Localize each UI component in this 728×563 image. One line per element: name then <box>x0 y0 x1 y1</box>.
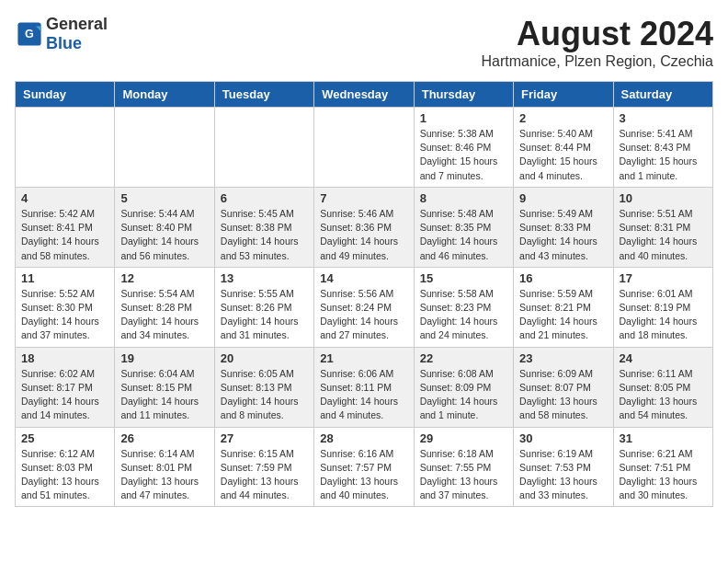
day-info: Sunrise: 6:15 AM Sunset: 7:59 PM Dayligh… <box>221 447 308 503</box>
calendar-day-27: 27Sunrise: 6:15 AM Sunset: 7:59 PM Dayli… <box>214 427 313 507</box>
svg-text:G: G <box>25 28 34 40</box>
day-info: Sunrise: 6:16 AM Sunset: 7:57 PM Dayligh… <box>320 447 407 503</box>
day-info: Sunrise: 6:02 AM Sunset: 8:17 PM Dayligh… <box>21 367 108 423</box>
calendar-day-1: 1Sunrise: 5:38 AM Sunset: 8:46 PM Daylig… <box>414 108 513 188</box>
calendar-day-11: 11Sunrise: 5:52 AM Sunset: 8:30 PM Dayli… <box>16 267 115 347</box>
calendar-week-1: 1Sunrise: 5:38 AM Sunset: 8:46 PM Daylig… <box>16 108 713 188</box>
day-number: 25 <box>21 431 108 445</box>
day-info: Sunrise: 6:06 AM Sunset: 8:11 PM Dayligh… <box>320 367 407 423</box>
weekday-header-sunday: Sunday <box>16 82 115 108</box>
weekday-header-tuesday: Tuesday <box>214 82 313 108</box>
calendar-day-6: 6Sunrise: 5:45 AM Sunset: 8:38 PM Daylig… <box>214 187 313 267</box>
day-number: 21 <box>320 351 407 365</box>
day-number: 23 <box>519 351 607 365</box>
calendar-day-9: 9Sunrise: 5:49 AM Sunset: 8:33 PM Daylig… <box>514 187 613 267</box>
day-number: 27 <box>221 431 308 445</box>
day-info: Sunrise: 5:55 AM Sunset: 8:26 PM Dayligh… <box>221 287 308 343</box>
calendar-day-3: 3Sunrise: 5:41 AM Sunset: 8:43 PM Daylig… <box>613 108 712 188</box>
day-info: Sunrise: 5:49 AM Sunset: 8:33 PM Dayligh… <box>519 207 607 263</box>
calendar-day-28: 28Sunrise: 6:16 AM Sunset: 7:57 PM Dayli… <box>314 427 414 507</box>
day-info: Sunrise: 5:54 AM Sunset: 8:28 PM Dayligh… <box>120 287 208 343</box>
calendar-day-31: 31Sunrise: 6:21 AM Sunset: 7:51 PM Dayli… <box>613 427 712 507</box>
day-info: Sunrise: 6:08 AM Sunset: 8:09 PM Dayligh… <box>420 367 507 423</box>
day-info: Sunrise: 6:19 AM Sunset: 7:53 PM Dayligh… <box>519 447 607 503</box>
day-info: Sunrise: 6:11 AM Sunset: 8:05 PM Dayligh… <box>620 367 707 423</box>
day-info: Sunrise: 5:48 AM Sunset: 8:35 PM Dayligh… <box>420 207 507 263</box>
day-number: 2 <box>519 111 607 125</box>
calendar-table: SundayMondayTuesdayWednesdayThursdayFrid… <box>15 81 713 507</box>
calendar-day-18: 18Sunrise: 6:02 AM Sunset: 8:17 PM Dayli… <box>16 347 115 427</box>
page-header: G General Blue August 2024 Hartmanice, P… <box>15 15 713 70</box>
day-number: 10 <box>620 191 707 205</box>
day-number: 29 <box>420 431 507 445</box>
day-info: Sunrise: 6:04 AM Sunset: 8:15 PM Dayligh… <box>120 367 208 423</box>
calendar-empty-cell <box>16 108 115 188</box>
day-info: Sunrise: 5:56 AM Sunset: 8:24 PM Dayligh… <box>320 287 407 343</box>
title-area: August 2024 Hartmanice, Plzen Region, Cz… <box>481 15 713 70</box>
day-info: Sunrise: 5:52 AM Sunset: 8:30 PM Dayligh… <box>21 287 108 343</box>
day-info: Sunrise: 6:05 AM Sunset: 8:13 PM Dayligh… <box>221 367 308 423</box>
calendar-day-21: 21Sunrise: 6:06 AM Sunset: 8:11 PM Dayli… <box>314 347 414 427</box>
calendar-day-16: 16Sunrise: 5:59 AM Sunset: 8:21 PM Dayli… <box>514 267 613 347</box>
day-number: 24 <box>620 351 707 365</box>
day-number: 19 <box>120 351 208 365</box>
calendar-day-20: 20Sunrise: 6:05 AM Sunset: 8:13 PM Dayli… <box>214 347 313 427</box>
day-number: 4 <box>21 191 108 205</box>
day-info: Sunrise: 5:59 AM Sunset: 8:21 PM Dayligh… <box>519 287 607 343</box>
day-number: 26 <box>120 431 208 445</box>
day-info: Sunrise: 6:21 AM Sunset: 7:51 PM Dayligh… <box>620 447 707 503</box>
calendar-day-14: 14Sunrise: 5:56 AM Sunset: 8:24 PM Dayli… <box>314 267 414 347</box>
calendar-day-26: 26Sunrise: 6:14 AM Sunset: 8:01 PM Dayli… <box>115 427 214 507</box>
calendar-week-4: 18Sunrise: 6:02 AM Sunset: 8:17 PM Dayli… <box>16 347 713 427</box>
calendar-day-29: 29Sunrise: 6:18 AM Sunset: 7:55 PM Dayli… <box>414 427 513 507</box>
day-number: 9 <box>519 191 607 205</box>
calendar-day-19: 19Sunrise: 6:04 AM Sunset: 8:15 PM Dayli… <box>115 347 214 427</box>
day-number: 6 <box>221 191 308 205</box>
day-number: 17 <box>620 271 707 285</box>
calendar-header-row: SundayMondayTuesdayWednesdayThursdayFrid… <box>16 82 713 108</box>
calendar-day-4: 4Sunrise: 5:42 AM Sunset: 8:41 PM Daylig… <box>16 187 115 267</box>
calendar-day-15: 15Sunrise: 5:58 AM Sunset: 8:23 PM Dayli… <box>414 267 513 347</box>
day-number: 11 <box>21 271 108 285</box>
day-number: 5 <box>120 191 208 205</box>
day-number: 15 <box>420 271 507 285</box>
weekday-header-saturday: Saturday <box>613 82 712 108</box>
day-number: 22 <box>420 351 507 365</box>
day-number: 28 <box>320 431 407 445</box>
logo: G General Blue <box>15 15 108 53</box>
calendar-day-23: 23Sunrise: 6:09 AM Sunset: 8:07 PM Dayli… <box>514 347 613 427</box>
calendar-day-12: 12Sunrise: 5:54 AM Sunset: 8:28 PM Dayli… <box>115 267 214 347</box>
calendar-day-5: 5Sunrise: 5:44 AM Sunset: 8:40 PM Daylig… <box>115 187 214 267</box>
calendar-week-5: 25Sunrise: 6:12 AM Sunset: 8:03 PM Dayli… <box>16 427 713 507</box>
calendar-empty-cell <box>314 108 414 188</box>
calendar-day-30: 30Sunrise: 6:19 AM Sunset: 7:53 PM Dayli… <box>514 427 613 507</box>
day-number: 16 <box>519 271 607 285</box>
calendar-day-25: 25Sunrise: 6:12 AM Sunset: 8:03 PM Dayli… <box>16 427 115 507</box>
weekday-header-friday: Friday <box>514 82 613 108</box>
day-info: Sunrise: 5:42 AM Sunset: 8:41 PM Dayligh… <box>21 207 108 263</box>
weekday-header-thursday: Thursday <box>414 82 513 108</box>
calendar-empty-cell <box>214 108 313 188</box>
day-number: 1 <box>420 111 507 125</box>
day-number: 30 <box>519 431 607 445</box>
calendar-day-2: 2Sunrise: 5:40 AM Sunset: 8:44 PM Daylig… <box>514 108 613 188</box>
weekday-header-monday: Monday <box>115 82 214 108</box>
calendar-day-7: 7Sunrise: 5:46 AM Sunset: 8:36 PM Daylig… <box>314 187 414 267</box>
day-info: Sunrise: 5:41 AM Sunset: 8:43 PM Dayligh… <box>620 127 707 183</box>
day-number: 31 <box>620 431 707 445</box>
day-info: Sunrise: 5:38 AM Sunset: 8:46 PM Dayligh… <box>420 127 507 183</box>
day-info: Sunrise: 5:51 AM Sunset: 8:31 PM Dayligh… <box>620 207 707 263</box>
day-info: Sunrise: 5:46 AM Sunset: 8:36 PM Dayligh… <box>320 207 407 263</box>
day-number: 7 <box>320 191 407 205</box>
location: Hartmanice, Plzen Region, Czechia <box>481 53 713 70</box>
day-info: Sunrise: 6:14 AM Sunset: 8:01 PM Dayligh… <box>120 447 208 503</box>
day-info: Sunrise: 6:09 AM Sunset: 8:07 PM Dayligh… <box>519 367 607 423</box>
calendar-empty-cell <box>115 108 214 188</box>
calendar-day-8: 8Sunrise: 5:48 AM Sunset: 8:35 PM Daylig… <box>414 187 513 267</box>
day-number: 20 <box>221 351 308 365</box>
calendar-day-24: 24Sunrise: 6:11 AM Sunset: 8:05 PM Dayli… <box>613 347 712 427</box>
day-info: Sunrise: 5:44 AM Sunset: 8:40 PM Dayligh… <box>120 207 208 263</box>
logo-icon: G <box>17 21 42 47</box>
day-info: Sunrise: 6:12 AM Sunset: 8:03 PM Dayligh… <box>21 447 108 503</box>
logo-general: General <box>46 15 108 33</box>
